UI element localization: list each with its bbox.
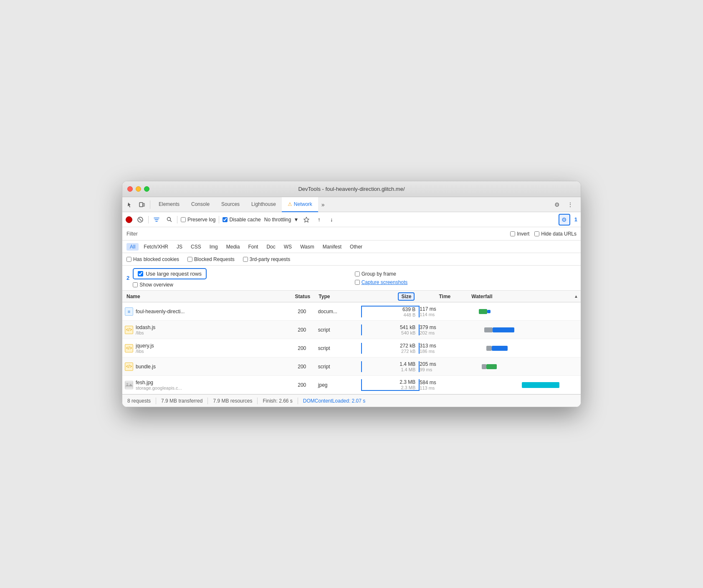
blocked-requests-label[interactable]: Blocked Requests xyxy=(187,256,235,262)
tab-sources[interactable]: Sources xyxy=(215,197,245,212)
cell-time-1: 117 ms 114 ms xyxy=(420,306,473,317)
header-waterfall[interactable]: Waterfall ▲ xyxy=(471,294,581,299)
status-divider-4 xyxy=(298,398,298,404)
import-btn[interactable]: ↑ xyxy=(314,215,324,224)
type-btn-doc[interactable]: Doc xyxy=(263,243,278,251)
name-text-4: bundle.js xyxy=(136,364,156,370)
settings-btn[interactable]: ⚙ xyxy=(551,199,562,210)
nt-divider-1 xyxy=(148,216,149,223)
type-btn-all[interactable]: All xyxy=(126,243,139,251)
device-toggle-btn[interactable] xyxy=(137,199,147,210)
settings-right: Group by frame Capture screenshots xyxy=(355,271,577,285)
window-title: DevTools - foul-heavenly-direction.glitc… xyxy=(298,186,405,192)
throttle-select[interactable]: No throttling ▼ xyxy=(264,217,299,223)
tab-more-btn[interactable]: » xyxy=(318,201,328,208)
use-large-request-rows-checkbox[interactable] xyxy=(138,271,143,276)
table-row[interactable]: </> jquery.js /libs 200 script 272 kB 27… xyxy=(122,339,581,357)
clear-btn[interactable] xyxy=(136,215,145,224)
waterfall-bar-3 xyxy=(473,345,581,352)
table-row[interactable]: fesh.jpg storage.googleapis.c... 200 jpe… xyxy=(122,376,581,394)
hide-data-urls-checkbox[interactable] xyxy=(534,231,539,236)
minimize-button[interactable] xyxy=(136,186,141,192)
throttle-settings-btn[interactable] xyxy=(302,215,311,224)
maximize-button[interactable] xyxy=(144,186,149,192)
type-btn-other[interactable]: Other xyxy=(346,243,366,251)
name-text-1: foul-heavenly-directi... xyxy=(136,309,185,314)
img-icon-5 xyxy=(125,381,133,389)
header-type[interactable]: Type xyxy=(319,294,361,299)
type-btn-css[interactable]: CSS xyxy=(187,243,205,251)
wf-bar-gray-3 xyxy=(486,346,492,351)
show-overview-label[interactable]: Show overview xyxy=(133,282,354,288)
invert-label[interactable]: Invert xyxy=(510,231,529,237)
header-name[interactable]: Name xyxy=(122,294,287,299)
cursor-icon-btn[interactable] xyxy=(125,199,136,210)
settings-row: 2 Use large request rows Show overview xyxy=(122,266,581,291)
cell-type-4: script xyxy=(318,364,361,370)
tab-network[interactable]: ⚠ Network xyxy=(282,197,318,212)
tab-elements[interactable]: Elements xyxy=(153,197,185,212)
wf-bar-gray-4 xyxy=(482,364,486,369)
network-toolbar: Preserve log Disable cache No throttling… xyxy=(122,212,581,227)
third-party-requests-checkbox[interactable] xyxy=(243,257,248,262)
cell-name-4: </> bundle.js xyxy=(122,362,286,371)
table-row[interactable]: </> lodash.js /libs 200 script 541 kB 54… xyxy=(122,321,581,339)
status-divider-2 xyxy=(207,398,208,404)
tab-lighthouse[interactable]: Lighthouse xyxy=(245,197,282,212)
svg-rect-1 xyxy=(143,203,144,206)
capture-screenshots-label[interactable]: Capture screenshots xyxy=(355,279,577,285)
type-btn-wasm[interactable]: Wasm xyxy=(297,243,318,251)
header-status[interactable]: Status xyxy=(287,294,319,299)
table-header: Name Status Type Size Time Waterfall ▲ xyxy=(122,291,581,302)
sort-arrow: ▲ xyxy=(574,294,578,299)
disable-cache-checkbox[interactable] xyxy=(223,217,228,222)
table-row[interactable]: </> bundle.js 200 script 1.4 MB 1.4 MB 2… xyxy=(122,357,581,376)
show-overview-checkbox[interactable] xyxy=(133,282,138,287)
preserve-log-checkbox[interactable] xyxy=(181,217,186,222)
invert-checkbox[interactable] xyxy=(510,231,515,236)
table-row[interactable]: ≡ foul-heavenly-directi... 200 docum... … xyxy=(122,302,581,321)
more-options-btn[interactable]: ⋮ xyxy=(565,199,576,210)
cell-type-3: script xyxy=(318,345,361,351)
hide-data-urls-label[interactable]: Hide data URLs xyxy=(534,231,577,237)
svg-line-3 xyxy=(139,218,142,221)
has-blocked-cookies-checkbox[interactable] xyxy=(126,257,131,262)
use-large-request-rows-label[interactable]: Use large request rows xyxy=(146,271,202,277)
export-btn[interactable]: ↓ xyxy=(327,215,336,224)
search-btn[interactable] xyxy=(164,215,174,224)
disable-cache-label[interactable]: Disable cache xyxy=(223,217,260,223)
type-btn-media[interactable]: Media xyxy=(223,243,243,251)
wf-bar-cyan-5 xyxy=(522,382,559,388)
header-size[interactable]: Size xyxy=(362,294,418,299)
dom-content-loaded: DOMContentLoaded: 2.07 s xyxy=(303,398,365,404)
has-blocked-cookies-label[interactable]: Has blocked cookies xyxy=(126,256,179,262)
preserve-log-label[interactable]: Preserve log xyxy=(181,217,215,223)
type-btn-img[interactable]: Img xyxy=(206,243,221,251)
cell-waterfall-5 xyxy=(473,376,581,394)
blocked-requests-checkbox[interactable] xyxy=(187,257,192,262)
group-by-frame-label[interactable]: Group by frame xyxy=(355,271,577,277)
filter-label: Filter xyxy=(126,231,138,237)
type-btn-font[interactable]: Font xyxy=(245,243,261,251)
type-btn-ws[interactable]: WS xyxy=(281,243,295,251)
header-time[interactable]: Time xyxy=(418,294,471,299)
svg-line-5 xyxy=(170,220,172,222)
type-btn-manifest[interactable]: Manifest xyxy=(319,243,345,251)
capture-screenshots-checkbox[interactable] xyxy=(355,280,360,285)
status-resources: 7.9 MB resources xyxy=(213,398,252,404)
third-party-requests-label[interactable]: 3rd-party requests xyxy=(243,256,290,262)
cell-name-1: ≡ foul-heavenly-directi... xyxy=(122,307,286,316)
filter-btn[interactable] xyxy=(152,215,161,224)
network-settings-gear[interactable]: ⚙ xyxy=(559,214,570,226)
group-by-frame-checkbox[interactable] xyxy=(355,271,360,276)
toolbar-right: ⚙ ⋮ xyxy=(551,199,578,210)
tab-console[interactable]: Console xyxy=(185,197,215,212)
settings-left: Use large request rows Show overview xyxy=(133,268,354,288)
type-btn-js[interactable]: JS xyxy=(173,243,186,251)
status-finish: Finish: 2.66 s xyxy=(263,398,292,404)
type-btn-fetchxhr[interactable]: Fetch/XHR xyxy=(140,243,172,251)
annotation-1: 1 xyxy=(574,216,577,223)
close-button[interactable] xyxy=(127,186,133,192)
cell-size-2: 541 kB 540 kB xyxy=(361,324,420,335)
record-button[interactable] xyxy=(126,216,132,223)
